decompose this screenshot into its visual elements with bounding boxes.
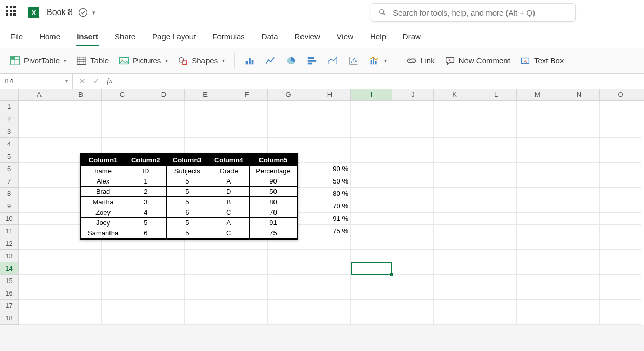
name-box-input[interactable]: [4, 77, 65, 85]
row-header[interactable]: 16: [0, 287, 19, 300]
row-header[interactable]: 11: [0, 225, 19, 237]
cell[interactable]: [475, 237, 517, 250]
cell[interactable]: [268, 275, 309, 287]
cell[interactable]: [392, 250, 434, 262]
cell[interactable]: [558, 200, 600, 213]
other-charts-button[interactable]: ▾: [365, 53, 390, 68]
cell[interactable]: [434, 275, 475, 287]
row-header[interactable]: 15: [0, 275, 19, 287]
cell[interactable]: [600, 250, 641, 262]
cell[interactable]: [351, 300, 392, 312]
cell[interactable]: 50 %: [309, 175, 351, 188]
cell[interactable]: [351, 275, 392, 287]
menu-tab-view[interactable]: View: [328, 28, 362, 45]
cell[interactable]: [143, 275, 185, 287]
cell[interactable]: [351, 312, 392, 325]
cell[interactable]: [558, 250, 600, 262]
cell[interactable]: [475, 200, 517, 213]
cell[interactable]: [600, 125, 641, 138]
cell[interactable]: 80 %: [309, 188, 351, 200]
cell[interactable]: [475, 175, 517, 188]
menu-tab-file[interactable]: File: [2, 28, 31, 45]
cell[interactable]: [475, 300, 517, 312]
cell[interactable]: [226, 125, 268, 138]
cell[interactable]: [517, 213, 558, 225]
cell[interactable]: [226, 113, 268, 125]
cell[interactable]: 75 %: [309, 225, 351, 237]
cell[interactable]: [268, 138, 309, 150]
cell[interactable]: [185, 275, 226, 287]
column-header[interactable]: B: [60, 89, 102, 100]
cell[interactable]: [143, 312, 185, 325]
cell[interactable]: [309, 237, 351, 250]
cell[interactable]: [558, 163, 600, 175]
cell[interactable]: [517, 287, 558, 300]
column-header[interactable]: J: [392, 89, 434, 100]
pie-chart-button[interactable]: [282, 53, 300, 68]
cell[interactable]: [309, 150, 351, 163]
title-dropdown-icon[interactable]: ▾: [92, 9, 95, 16]
cell[interactable]: [434, 138, 475, 150]
cell[interactable]: [185, 101, 226, 113]
name-box[interactable]: ▾: [0, 74, 73, 89]
cell[interactable]: [185, 262, 226, 275]
cell[interactable]: [19, 175, 60, 188]
cell[interactable]: [600, 175, 641, 188]
cell[interactable]: [19, 262, 60, 275]
cell[interactable]: [558, 237, 600, 250]
cell[interactable]: [392, 125, 434, 138]
cell[interactable]: [392, 225, 434, 237]
document-title[interactable]: Book 8: [47, 8, 73, 17]
spreadsheet-grid[interactable]: ABCDEFGHIJKLMNO 123456789101112131415161…: [0, 89, 644, 325]
cell[interactable]: [351, 250, 392, 262]
cell[interactable]: [517, 125, 558, 138]
link-button[interactable]: Link: [403, 53, 438, 68]
cell[interactable]: [143, 101, 185, 113]
cell[interactable]: [226, 275, 268, 287]
column-header[interactable]: A: [19, 89, 60, 100]
embedded-table[interactable]: Column1Column2Column3Column4Column5nameI…: [80, 153, 298, 240]
cell[interactable]: [392, 262, 434, 275]
cell[interactable]: [558, 125, 600, 138]
cell[interactable]: [60, 113, 102, 125]
cell[interactable]: [600, 150, 641, 163]
cell[interactable]: [143, 138, 185, 150]
column-header[interactable]: N: [558, 89, 600, 100]
menu-tab-help[interactable]: Help: [362, 28, 394, 45]
cell[interactable]: [517, 275, 558, 287]
cell[interactable]: [143, 262, 185, 275]
menu-tab-draw[interactable]: Draw: [394, 28, 429, 45]
cell[interactable]: [392, 275, 434, 287]
cell[interactable]: [226, 138, 268, 150]
cell[interactable]: [475, 125, 517, 138]
cell[interactable]: [558, 300, 600, 312]
cell[interactable]: [434, 125, 475, 138]
cell[interactable]: [226, 101, 268, 113]
column-header[interactable]: G: [268, 89, 309, 100]
accept-formula-icon[interactable]: ✓: [93, 77, 100, 86]
menu-tab-page-layout[interactable]: Page Layout: [144, 28, 204, 45]
cell[interactable]: [434, 150, 475, 163]
column-chart-button[interactable]: [241, 53, 258, 68]
cell[interactable]: [517, 188, 558, 200]
cell[interactable]: [185, 312, 226, 325]
cell[interactable]: [19, 188, 60, 200]
cell[interactable]: [19, 287, 60, 300]
cell[interactable]: [475, 188, 517, 200]
cell[interactable]: [475, 287, 517, 300]
row-header[interactable]: 1: [0, 101, 19, 113]
menu-tab-formulas[interactable]: Formulas: [204, 28, 253, 45]
cell[interactable]: [558, 138, 600, 150]
cell[interactable]: [392, 213, 434, 225]
cell[interactable]: [19, 275, 60, 287]
cell[interactable]: [185, 287, 226, 300]
cell[interactable]: [392, 163, 434, 175]
cell[interactable]: [19, 312, 60, 325]
cell[interactable]: [19, 213, 60, 225]
cell[interactable]: [434, 113, 475, 125]
cell[interactable]: [185, 250, 226, 262]
cell[interactable]: [558, 113, 600, 125]
cell[interactable]: [600, 287, 641, 300]
cell[interactable]: [392, 312, 434, 325]
cell[interactable]: [600, 200, 641, 213]
